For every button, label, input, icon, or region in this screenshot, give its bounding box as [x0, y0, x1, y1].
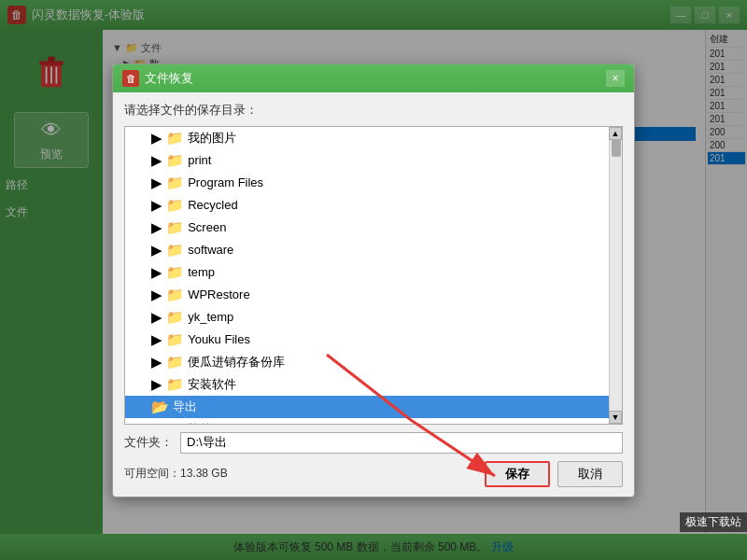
fb-item-screen[interactable]: ▶ 📁 Screen [125, 217, 609, 239]
fb-label: Youku Files [188, 332, 250, 346]
folder-icon: ▶ 📁 [151, 264, 184, 281]
folder-icon: ▶ 📁 [151, 219, 184, 236]
folder-icon: ▶ 📁 [151, 242, 184, 259]
fb-label: yk_temp [188, 310, 233, 324]
fb-item-daochu[interactable]: 📂 导出 [125, 396, 609, 418]
fb-label: Program Files [188, 175, 263, 189]
fb-label: Recycled [188, 198, 237, 212]
fb-label: temp [188, 265, 215, 279]
fb-item-yktemp[interactable]: ▶ 📁 yk_temp [125, 306, 609, 329]
fb-label: Screen [188, 220, 226, 234]
folder-icon: ▶ 📁 [151, 197, 184, 214]
filename-input[interactable] [180, 432, 623, 454]
scroll-down-button[interactable]: ▼ [609, 411, 622, 424]
filename-row: 文件夹： [124, 432, 623, 454]
folder-icon: ▶ 📁 [151, 421, 184, 425]
fb-item-print[interactable]: ▶ 📁 print [125, 149, 609, 172]
fb-label-selected: 导出 [173, 399, 197, 415]
fb-item-wodetupiun[interactable]: ▶ 📁 我的图片 [125, 127, 609, 149]
dialog-titlebar: 🗑 文件恢复 × [113, 64, 634, 92]
folder-icon: ▶ 📁 [151, 175, 184, 191]
fb-item-youkufiles[interactable]: ▶ 📁 Youku Files [125, 329, 609, 351]
watermark: 极速下载站 [680, 512, 747, 532]
fb-label: print [188, 153, 211, 167]
folder-icon-selected: 📂 [151, 399, 169, 415]
dialog-title: 文件恢复 [145, 70, 600, 87]
dialog-title-icon: 🗑 [122, 70, 139, 87]
dialog-close-button[interactable]: × [606, 70, 625, 87]
modal-overlay: 🗑 文件恢复 × 请选择文件的保存目录： ▶ 📁 我的图片 ▶ 📁 [0, 0, 747, 560]
fb-item-wprestore[interactable]: ▶ 📁 WPRestore [125, 284, 609, 306]
dialog-body: 请选择文件的保存目录： ▶ 📁 我的图片 ▶ 📁 print ▶ [113, 92, 634, 497]
fb-item-recycled[interactable]: ▶ 📁 Recycled [125, 194, 609, 217]
fb-item-temp[interactable]: ▶ 📁 temp [125, 261, 609, 284]
fb-label: 便瓜进销存备份库 [188, 354, 285, 371]
fb-item-anzhuang[interactable]: ▶ 📁 安装软件 [125, 373, 609, 396]
folder-icon: ▶ 📁 [151, 287, 184, 303]
file-recovery-dialog: 🗑 文件恢复 × 请选择文件的保存目录： ▶ 📁 我的图片 ▶ 📁 [112, 63, 635, 497]
cancel-button[interactable]: 取消 [557, 461, 623, 487]
folder-icon: ▶ 📁 [151, 130, 184, 147]
fb-label: 安装软件 [188, 376, 236, 393]
fb-label: software [188, 243, 233, 257]
fb-label: 软件 [188, 421, 212, 425]
fb-item-programfiles[interactable]: ▶ 📁 Program Files [125, 172, 609, 194]
free-space-label: 可用空间：13.38 GB [124, 466, 228, 482]
folder-icon: ▶ 📁 [151, 354, 184, 371]
folder-icon: ▶ 📁 [151, 309, 184, 326]
fb-item-biangua[interactable]: ▶ 📁 便瓜进销存备份库 [125, 351, 609, 373]
app-window: 🗑 闪灵数据恢复-体验版 — □ × 👁 预览 [0, 0, 747, 560]
scroll-up-button[interactable]: ▲ [609, 127, 622, 140]
fb-label: 我的图片 [188, 130, 236, 147]
fb-item-software[interactable]: ▶ 📁 software [125, 239, 609, 261]
dialog-bottom: 可用空间：13.38 GB 保存 取消 [124, 461, 623, 487]
save-button[interactable]: 保存 [485, 461, 550, 487]
fb-item-ruanjian[interactable]: ▶ 📁 软件 [125, 418, 609, 425]
dialog-buttons: 保存 取消 [485, 461, 623, 487]
folder-icon: ▶ 📁 [151, 376, 184, 393]
file-browser-scrollbar[interactable]: ▲ ▼ [609, 127, 622, 424]
folder-icon: ▶ 📁 [151, 152, 184, 169]
filename-label: 文件夹： [124, 434, 173, 451]
dialog-instruction: 请选择文件的保存目录： [124, 102, 623, 119]
folder-icon: ▶ 📁 [151, 331, 184, 348]
file-browser[interactable]: ▶ 📁 我的图片 ▶ 📁 print ▶ 📁 Program Files [124, 126, 623, 425]
fb-label: WPRestore [188, 287, 249, 301]
